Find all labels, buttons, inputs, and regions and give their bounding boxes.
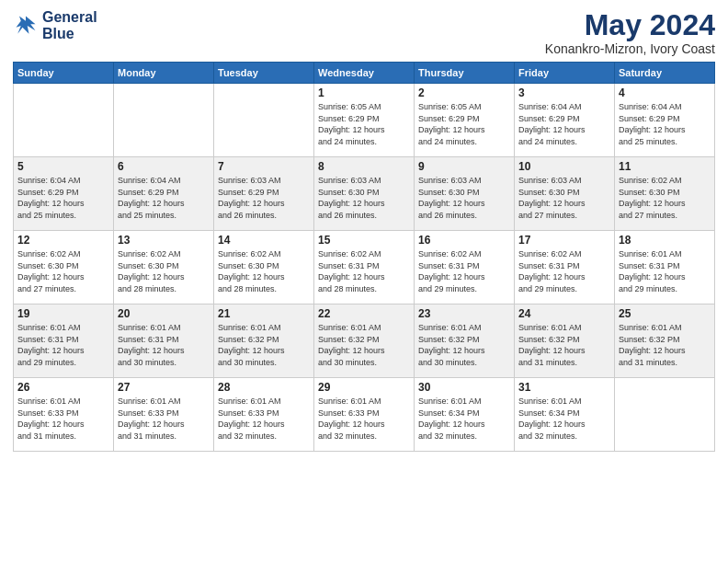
day-info: Sunrise: 6:01 AM Sunset: 6:34 PM Dayligh…: [418, 396, 510, 442]
day-number: 14: [218, 234, 310, 247]
col-thursday: Thursday: [415, 63, 515, 84]
day-number: 10: [518, 160, 610, 173]
day-number: 18: [619, 234, 711, 247]
calendar-header-row: Sunday Monday Tuesday Wednesday Thursday…: [14, 63, 715, 84]
day-number: 7: [218, 160, 310, 173]
calendar-cell: 10Sunrise: 6:03 AM Sunset: 6:30 PM Dayli…: [515, 157, 615, 231]
calendar-table: Sunday Monday Tuesday Wednesday Thursday…: [13, 62, 715, 452]
calendar-cell: 22Sunrise: 6:01 AM Sunset: 6:32 PM Dayli…: [314, 304, 415, 378]
main-title: May 2024: [545, 9, 715, 41]
calendar-cell: 3Sunrise: 6:04 AM Sunset: 6:29 PM Daylig…: [515, 84, 615, 157]
day-number: 8: [318, 160, 410, 173]
calendar-cell: 12Sunrise: 6:02 AM Sunset: 6:30 PM Dayli…: [14, 231, 114, 304]
calendar-cell: 2Sunrise: 6:05 AM Sunset: 6:29 PM Daylig…: [415, 84, 515, 157]
calendar-cell: 11Sunrise: 6:02 AM Sunset: 6:30 PM Dayli…: [615, 157, 715, 231]
day-number: 16: [418, 234, 510, 247]
calendar-cell: 20Sunrise: 6:01 AM Sunset: 6:31 PM Dayli…: [114, 304, 214, 378]
day-info: Sunrise: 6:01 AM Sunset: 6:32 PM Dayligh…: [518, 322, 610, 368]
day-info: Sunrise: 6:02 AM Sunset: 6:31 PM Dayligh…: [518, 248, 610, 294]
calendar-cell: 31Sunrise: 6:01 AM Sunset: 6:34 PM Dayli…: [515, 378, 615, 452]
day-number: 22: [318, 307, 410, 320]
day-number: 20: [118, 307, 210, 320]
day-info: Sunrise: 6:05 AM Sunset: 6:29 PM Dayligh…: [318, 101, 410, 147]
day-info: Sunrise: 6:02 AM Sunset: 6:30 PM Dayligh…: [218, 248, 310, 294]
day-info: Sunrise: 6:03 AM Sunset: 6:30 PM Dayligh…: [418, 175, 510, 221]
day-number: 1: [318, 86, 410, 99]
day-number: 15: [318, 234, 410, 247]
page-container: General Blue May 2024 Konankro-Mizron, I…: [0, 0, 728, 461]
col-tuesday: Tuesday: [214, 63, 314, 84]
calendar-week-row: 19Sunrise: 6:01 AM Sunset: 6:31 PM Dayli…: [14, 304, 715, 378]
calendar-cell: [14, 84, 114, 157]
calendar-cell: 19Sunrise: 6:01 AM Sunset: 6:31 PM Dayli…: [14, 304, 114, 378]
day-info: Sunrise: 6:01 AM Sunset: 6:32 PM Dayligh…: [418, 322, 510, 368]
calendar-cell: 6Sunrise: 6:04 AM Sunset: 6:29 PM Daylig…: [114, 157, 214, 231]
col-wednesday: Wednesday: [314, 63, 415, 84]
day-number: 6: [118, 160, 210, 173]
day-number: 30: [418, 381, 510, 394]
day-info: Sunrise: 6:01 AM Sunset: 6:33 PM Dayligh…: [118, 396, 210, 442]
day-number: 31: [518, 381, 610, 394]
calendar-cell: 30Sunrise: 6:01 AM Sunset: 6:34 PM Dayli…: [415, 378, 515, 452]
calendar-cell: 15Sunrise: 6:02 AM Sunset: 6:31 PM Dayli…: [314, 231, 415, 304]
col-friday: Friday: [515, 63, 615, 84]
calendar-cell: 21Sunrise: 6:01 AM Sunset: 6:32 PM Dayli…: [214, 304, 314, 378]
calendar-cell: 18Sunrise: 6:01 AM Sunset: 6:31 PM Dayli…: [615, 231, 715, 304]
day-number: 27: [118, 381, 210, 394]
day-info: Sunrise: 6:03 AM Sunset: 6:30 PM Dayligh…: [318, 175, 410, 221]
calendar-cell: 23Sunrise: 6:01 AM Sunset: 6:32 PM Dayli…: [415, 304, 515, 378]
day-info: Sunrise: 6:02 AM Sunset: 6:30 PM Dayligh…: [619, 175, 711, 221]
calendar-cell: 27Sunrise: 6:01 AM Sunset: 6:33 PM Dayli…: [114, 378, 214, 452]
day-number: 5: [17, 160, 109, 173]
day-number: 21: [218, 307, 310, 320]
header: General Blue May 2024 Konankro-Mizron, I…: [13, 9, 715, 56]
calendar-cell: [615, 378, 715, 452]
calendar-cell: 26Sunrise: 6:01 AM Sunset: 6:33 PM Dayli…: [14, 378, 114, 452]
day-number: 11: [619, 160, 711, 173]
day-number: 4: [619, 86, 711, 99]
calendar-cell: 7Sunrise: 6:03 AM Sunset: 6:29 PM Daylig…: [214, 157, 314, 231]
day-number: 26: [17, 381, 109, 394]
calendar-cell: 9Sunrise: 6:03 AM Sunset: 6:30 PM Daylig…: [415, 157, 515, 231]
day-info: Sunrise: 6:04 AM Sunset: 6:29 PM Dayligh…: [118, 175, 210, 221]
day-info: Sunrise: 6:01 AM Sunset: 6:32 PM Dayligh…: [619, 322, 711, 368]
calendar-cell: 24Sunrise: 6:01 AM Sunset: 6:32 PM Dayli…: [515, 304, 615, 378]
day-info: Sunrise: 6:01 AM Sunset: 6:33 PM Dayligh…: [17, 396, 109, 442]
title-block: May 2024 Konankro-Mizron, Ivory Coast: [545, 9, 715, 56]
col-saturday: Saturday: [615, 63, 715, 84]
day-number: 25: [619, 307, 711, 320]
day-number: 28: [218, 381, 310, 394]
day-info: Sunrise: 6:02 AM Sunset: 6:30 PM Dayligh…: [17, 248, 109, 294]
calendar-week-row: 5Sunrise: 6:04 AM Sunset: 6:29 PM Daylig…: [14, 157, 715, 231]
day-number: 3: [518, 86, 610, 99]
subtitle: Konankro-Mizron, Ivory Coast: [545, 41, 715, 56]
logo: General Blue: [13, 9, 97, 42]
day-number: 19: [17, 307, 109, 320]
calendar-cell: 8Sunrise: 6:03 AM Sunset: 6:30 PM Daylig…: [314, 157, 415, 231]
day-number: 17: [518, 234, 610, 247]
day-number: 29: [318, 381, 410, 394]
day-number: 12: [17, 234, 109, 247]
col-sunday: Sunday: [14, 63, 114, 84]
day-number: 9: [418, 160, 510, 173]
day-info: Sunrise: 6:01 AM Sunset: 6:31 PM Dayligh…: [17, 322, 109, 368]
day-number: 23: [418, 307, 510, 320]
logo-text: General Blue: [42, 9, 97, 42]
svg-marker-0: [17, 17, 36, 34]
day-info: Sunrise: 6:01 AM Sunset: 6:33 PM Dayligh…: [318, 396, 410, 442]
day-info: Sunrise: 6:03 AM Sunset: 6:29 PM Dayligh…: [218, 175, 310, 221]
day-number: 24: [518, 307, 610, 320]
day-info: Sunrise: 6:04 AM Sunset: 6:29 PM Dayligh…: [17, 175, 109, 221]
calendar-cell: 5Sunrise: 6:04 AM Sunset: 6:29 PM Daylig…: [14, 157, 114, 231]
calendar-cell: [114, 84, 214, 157]
day-info: Sunrise: 6:01 AM Sunset: 6:32 PM Dayligh…: [218, 322, 310, 368]
day-info: Sunrise: 6:04 AM Sunset: 6:29 PM Dayligh…: [619, 101, 711, 147]
calendar-cell: 4Sunrise: 6:04 AM Sunset: 6:29 PM Daylig…: [615, 84, 715, 157]
day-info: Sunrise: 6:05 AM Sunset: 6:29 PM Dayligh…: [418, 101, 510, 147]
calendar-cell: 14Sunrise: 6:02 AM Sunset: 6:30 PM Dayli…: [214, 231, 314, 304]
calendar-cell: [214, 84, 314, 157]
day-info: Sunrise: 6:01 AM Sunset: 6:31 PM Dayligh…: [118, 322, 210, 368]
day-info: Sunrise: 6:01 AM Sunset: 6:33 PM Dayligh…: [218, 396, 310, 442]
day-info: Sunrise: 6:01 AM Sunset: 6:31 PM Dayligh…: [619, 248, 711, 294]
calendar-cell: 29Sunrise: 6:01 AM Sunset: 6:33 PM Dayli…: [314, 378, 415, 452]
